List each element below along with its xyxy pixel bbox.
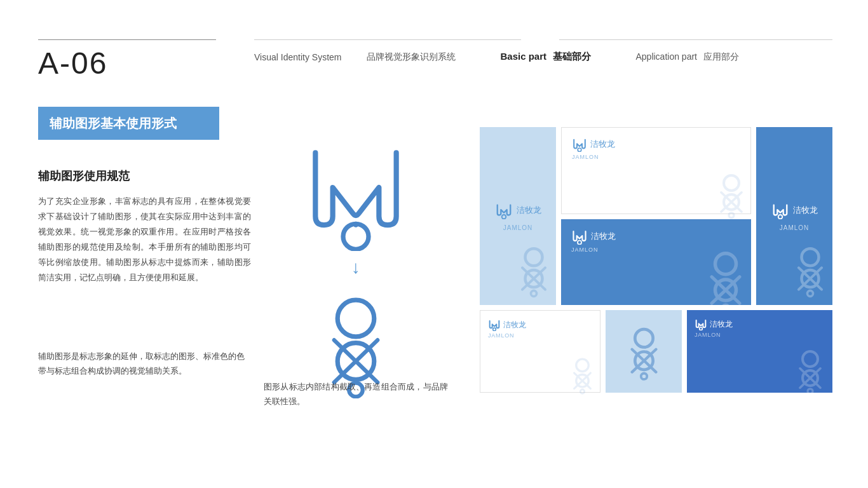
- brand-m-icon-card4: [771, 201, 789, 219]
- svg-point-47: [808, 389, 813, 394]
- svg-point-41: [641, 373, 646, 379]
- card-blue-dark-wide: 洁牧龙 JAMLON: [561, 219, 751, 305]
- page-code: A-06: [38, 46, 107, 81]
- brand-name-en-card5: JAMLON: [488, 332, 514, 339]
- card-light-blue-tall: 洁牧龙 JAMLON: [480, 127, 556, 305]
- cards-row1: 洁牧龙 JAMLON 洁牧龙: [480, 127, 832, 305]
- brand-name-zh-card5: 洁牧龙: [503, 320, 526, 330]
- svg-point-43: [803, 351, 818, 367]
- subsection-title: 辅助图形使用规范: [38, 168, 251, 184]
- nav-basic: Basic part 基础部分: [500, 51, 591, 63]
- aux-symbol-card6: [617, 322, 671, 382]
- aux-watermark-card7: [785, 345, 836, 396]
- svg-point-14: [724, 175, 739, 191]
- brand-name-en-card4: JAMLON: [780, 224, 810, 231]
- center-diagram: ↓: [267, 124, 445, 398]
- bottom-caption: 辅助图形是标志形象的延伸，取标志的图形、标准色的色带与标志组合构成协调的视觉辅助…: [38, 349, 251, 379]
- body-text: 为了充实企业形象，丰富标志的具有应用，在整体视觉要求下基础设计了辅助图形，使其在…: [38, 194, 251, 285]
- cards-row2: 洁牧龙 JAMLON: [480, 310, 832, 393]
- card-dark-blue-medium: 洁牧龙 JAMLON: [687, 310, 832, 393]
- main-logo-svg: [292, 124, 419, 251]
- left-content: 辅助图形使用规范 为了充实企业形象，丰富标志的具有应用，在整体视觉要求下基础设计…: [38, 168, 251, 285]
- diagram-caption: 图形从标志内部结构截取、再造组合而成，与品牌关联性强。: [264, 380, 448, 409]
- nav-app-label: Application part: [635, 51, 697, 62]
- brand-logo-dark-tall: 洁牧龙: [771, 201, 818, 219]
- brand-logo-blue-card: 洁牧龙: [571, 228, 616, 245]
- brand-m-icon-card7: [695, 318, 707, 330]
- svg-point-26: [802, 248, 819, 266]
- arrow-down-icon: ↓: [351, 257, 360, 278]
- aux-watermark-card5: [562, 354, 603, 395]
- brand-logo-white-med: 洁牧龙: [488, 318, 526, 331]
- brand-name-zh-card3: 洁牧龙: [591, 231, 616, 242]
- section-banner: 辅助图形基本使用形式: [38, 107, 219, 140]
- svg-point-20: [715, 254, 736, 274]
- svg-point-32: [576, 359, 589, 372]
- row1-right: 洁牧龙 JAMLON 洁: [561, 127, 751, 305]
- aux-watermark-card1: [505, 241, 562, 299]
- svg-point-30: [808, 290, 813, 296]
- svg-point-31: [493, 328, 496, 331]
- nav-app: Application part 应用部分: [635, 51, 739, 63]
- svg-point-0: [343, 224, 369, 249]
- svg-point-12: [531, 290, 537, 296]
- brand-logo-dark-med: 洁牧龙: [695, 318, 733, 330]
- brand-logo-light: 洁牧龙: [495, 201, 541, 219]
- brand-name-zh-card4: 洁牧龙: [793, 205, 818, 216]
- top-line-left: [38, 39, 216, 40]
- section-banner-text: 辅助图形基本使用形式: [50, 115, 177, 132]
- nav-app-zh: 应用部分: [703, 51, 739, 62]
- aux-watermark-card2: [706, 169, 757, 220]
- svg-point-37: [635, 329, 653, 347]
- brand-m-icon-card2: [572, 137, 587, 152]
- nav-basic-zh: 基础部分: [553, 51, 591, 62]
- nav-basic-bold: Basic part: [500, 51, 546, 62]
- card-white-medium: 洁牧龙 JAMLON: [480, 310, 600, 393]
- brand-name-zh-card2: 洁牧龙: [590, 139, 615, 150]
- svg-point-7: [501, 215, 506, 219]
- aux-watermark-card3: [691, 245, 761, 315]
- brand-m-icon-card1: [495, 201, 513, 219]
- svg-point-25: [778, 215, 782, 219]
- brand-name-zh-card1: 洁牧龙: [517, 205, 541, 216]
- brand-name-en-card1: JAMLON: [503, 224, 533, 231]
- header-nav: Visual Identity System 品牌视觉形象识别系统 Basic …: [254, 51, 739, 63]
- brand-m-icon-card5: [488, 318, 501, 331]
- right-cards: 洁牧龙 JAMLON 洁牧龙: [480, 127, 832, 393]
- svg-point-13: [578, 148, 581, 152]
- brand-name-en-card2: JAMLON: [572, 154, 599, 160]
- brand-name-en-card7: JAMLON: [695, 332, 721, 338]
- card-light-blue-medium: [606, 310, 682, 393]
- brand-m-icon-card3: [571, 228, 588, 245]
- nav-item-en: Visual Identity System: [254, 52, 341, 62]
- svg-point-18: [729, 213, 734, 218]
- card-white-wide: 洁牧龙 JAMLON: [561, 127, 751, 214]
- svg-point-2: [337, 300, 374, 337]
- nav-item-zh: 品牌视觉形象识别系统: [367, 51, 456, 63]
- aux-watermark-card4: [782, 241, 839, 299]
- svg-point-42: [700, 327, 703, 330]
- top-line-right: [559, 39, 832, 40]
- top-line-center: [254, 39, 521, 40]
- brand-logo-white-card: 洁牧龙: [572, 137, 615, 152]
- brand-name-en-card3: JAMLON: [571, 247, 599, 253]
- brand-name-zh-card7: 洁牧龙: [710, 319, 733, 330]
- svg-point-8: [526, 248, 543, 266]
- svg-point-19: [578, 241, 581, 245]
- svg-point-36: [580, 390, 585, 394]
- card-dark-blue-tall: 洁牧龙 JAMLON: [756, 127, 832, 305]
